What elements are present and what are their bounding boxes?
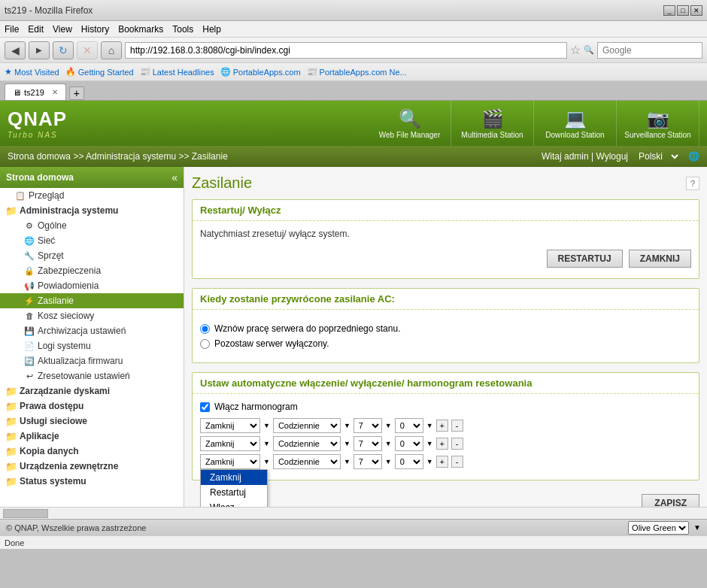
sidebar-item-logi[interactable]: 📄 Logi systemu [0, 338, 184, 353]
hardware-icon: 🔧 [24, 250, 35, 261]
sidebar-item-kopia[interactable]: 📁 Kopia danych [0, 444, 184, 459]
restart-button[interactable]: RESTARTUJ [547, 250, 623, 268]
breadcrumb-right: Witaj admin | Wyloguj Polski English 🌐 [542, 150, 699, 162]
address-bar[interactable] [125, 42, 567, 59]
menu-file[interactable]: File [5, 24, 19, 35]
menu-edit[interactable]: Edit [28, 24, 44, 35]
search-input[interactable] [597, 42, 702, 59]
sidebar-item-ogolne[interactable]: ⚙ Ogólne [0, 218, 184, 233]
refresh-button[interactable]: ↻ [53, 41, 74, 59]
multimedia-station-icon: 🎬 [481, 108, 504, 129]
sidebar: Strona domowa « 📋 Przegląd 📁 Administrac… [0, 167, 184, 507]
content-area: Zasilanie ? Restartuj/ Wyłącz Natychmias… [184, 167, 707, 507]
schedule-add-1[interactable]: + [436, 420, 448, 432]
trash-icon: 🗑 [24, 311, 35, 321]
lock-icon: 🔒 [24, 265, 35, 276]
maximize-button[interactable]: □ [677, 5, 689, 16]
sidebar-item-sprzet[interactable]: 🔧 Sprzęt [0, 248, 184, 263]
schedule-checkbox[interactable] [200, 402, 210, 412]
schedule-add-3[interactable]: + [436, 456, 448, 468]
schedule-freq-2[interactable]: Codziennie [273, 436, 341, 451]
save-button[interactable]: ZAPISZ [642, 494, 699, 507]
sidebar-item-powiadomienia[interactable]: 📢 Powiadomienia [0, 278, 184, 293]
scroll-thumb[interactable] [3, 509, 48, 518]
multimedia-station-button[interactable]: 🎬 Multimedia Station [451, 101, 534, 146]
stop-button[interactable]: ✕ [77, 41, 98, 59]
schedule-freq-3[interactable]: Codziennie [273, 454, 341, 469]
menu-history[interactable]: History [81, 24, 109, 35]
sidebar-item-admin[interactable]: 📁 Administracja systemu [0, 203, 184, 218]
bookmark-latest-headlines[interactable]: 📰 Latest Headlines [140, 67, 214, 77]
schedule-freq-arrow-1: ▼ [344, 422, 350, 429]
schedule-hour-3[interactable]: 7 [354, 454, 382, 469]
ac-power-radio-2[interactable] [200, 339, 210, 349]
schedule-min-3[interactable]: 0 [395, 454, 423, 469]
surveillance-station-button[interactable]: 📷 Surveillance Station [617, 101, 699, 146]
bookmark-star-icon[interactable]: ☆ [570, 43, 581, 57]
theme-select[interactable]: Olive Green Blue [628, 521, 689, 535]
ac-power-radio-1[interactable] [200, 324, 210, 334]
sidebar-item-status[interactable]: 📁 Status systemu [0, 474, 184, 489]
schedule-arrow-icon-3: ▼ [263, 458, 270, 465]
new-tab-button[interactable]: + [69, 86, 84, 100]
tabs-bar: 🖥 ts219 ✕ + [0, 81, 707, 101]
network-icon: 🌐 [24, 235, 35, 246]
dropdown-item-wlacz[interactable]: Włącz serwer [201, 500, 267, 507]
bookmark-portableapps-ne[interactable]: 📰 PortableApps.com Ne... [307, 67, 407, 77]
schedule-remove-2[interactable]: - [451, 438, 463, 450]
schedule-action-2[interactable]: Zamknij Restartuj Włącz serwer [200, 436, 260, 451]
sidebar-item-przeglad[interactable]: 📋 Przegląd [0, 188, 184, 203]
horizontal-scrollbar[interactable] [0, 507, 707, 519]
menu-help[interactable]: Help [202, 24, 221, 35]
sidebar-title: Strona domowa [6, 172, 74, 183]
sidebar-item-aplikacje[interactable]: 📁 Aplikacje [0, 429, 184, 444]
sidebar-item-aktualizacja[interactable]: 🔄 Aktualizacja firmwaru [0, 353, 184, 368]
theme-dropdown-icon: ▼ [693, 523, 701, 532]
sidebar-item-zresetowanie[interactable]: ↩ Zresetowanie ustawień [0, 368, 184, 383]
close-button[interactable]: ✕ [690, 5, 702, 16]
sidebar-item-siec[interactable]: 🌐 Sieć [0, 233, 184, 248]
schedule-hour-1[interactable]: 7 [354, 418, 382, 433]
minimize-button[interactable]: _ [663, 5, 675, 16]
back-button[interactable]: ◀ [5, 41, 26, 59]
schedule-action-3[interactable]: Zamknij Restartuj Włącz serwer [200, 454, 260, 469]
sidebar-item-uslugi[interactable]: 📁 Usługi sieciowe [0, 414, 184, 429]
qnap-logo: QNAP Turbo NAS [8, 108, 67, 139]
schedule-action-1[interactable]: Zamknij Restartuj Włącz serwer [200, 418, 260, 433]
folder3-icon: 📁 [6, 401, 17, 411]
web-file-manager-button[interactable]: 🔍 Web File Manager [369, 101, 451, 146]
bookmark-getting-started[interactable]: 🔥 Getting Started [65, 67, 134, 77]
language-select[interactable]: Polski English [636, 150, 681, 162]
dropdown-item-zamknij[interactable]: Zamknij [201, 470, 267, 485]
schedule-add-2[interactable]: + [436, 438, 448, 450]
sidebar-item-archiwizacja[interactable]: 💾 Archiwizacja ustawień [0, 323, 184, 338]
sidebar-item-zasilanie[interactable]: ⚡ Zasilanie [0, 293, 184, 308]
schedule-remove-1[interactable]: - [451, 420, 463, 432]
download-station-button[interactable]: 💻 Download Station [534, 101, 617, 146]
forward-button[interactable]: ▶ [29, 41, 50, 59]
sidebar-item-prawa[interactable]: 📁 Prawa dostępu [0, 399, 184, 414]
bookmark-most-visited[interactable]: ★ Most Visited [5, 67, 59, 77]
schedule-arrow-icon-1: ▼ [263, 422, 270, 429]
menu-tools[interactable]: Tools [172, 24, 193, 35]
schedule-freq-1[interactable]: Codziennie [273, 418, 341, 433]
bookmark-portableapps[interactable]: 🌐 PortableApps.com [220, 67, 301, 77]
sidebar-item-dyski[interactable]: 📁 Zarządzanie dyskami [0, 383, 184, 399]
dropdown-item-restartuj[interactable]: Restartuj [201, 485, 267, 500]
schedule-min-2[interactable]: 0 [395, 436, 423, 451]
sidebar-collapse-button[interactable]: « [171, 171, 178, 183]
tab-close-icon[interactable]: ✕ [52, 88, 58, 96]
tab-ts219[interactable]: 🖥 ts219 ✕ [5, 83, 66, 100]
sidebar-item-zabezpieczenia[interactable]: 🔒 Zabezpieczenia [0, 263, 184, 278]
menu-bookmarks[interactable]: Bookmarks [118, 24, 163, 35]
home-button[interactable]: ⌂ [101, 41, 122, 59]
window-controls[interactable]: _ □ ✕ [663, 5, 702, 16]
schedule-hour-2[interactable]: 7 [354, 436, 382, 451]
shutdown-button[interactable]: ZAMKNIJ [629, 250, 691, 268]
menu-view[interactable]: View [53, 24, 72, 35]
sidebar-item-urzadzenia[interactable]: 📁 Urządzenia zewnętrzne [0, 459, 184, 474]
schedule-min-1[interactable]: 0 [395, 418, 423, 433]
help-button[interactable]: ? [686, 177, 699, 190]
sidebar-item-kosz[interactable]: 🗑 Kosz sieciowy [0, 308, 184, 323]
schedule-remove-3[interactable]: - [451, 456, 463, 468]
